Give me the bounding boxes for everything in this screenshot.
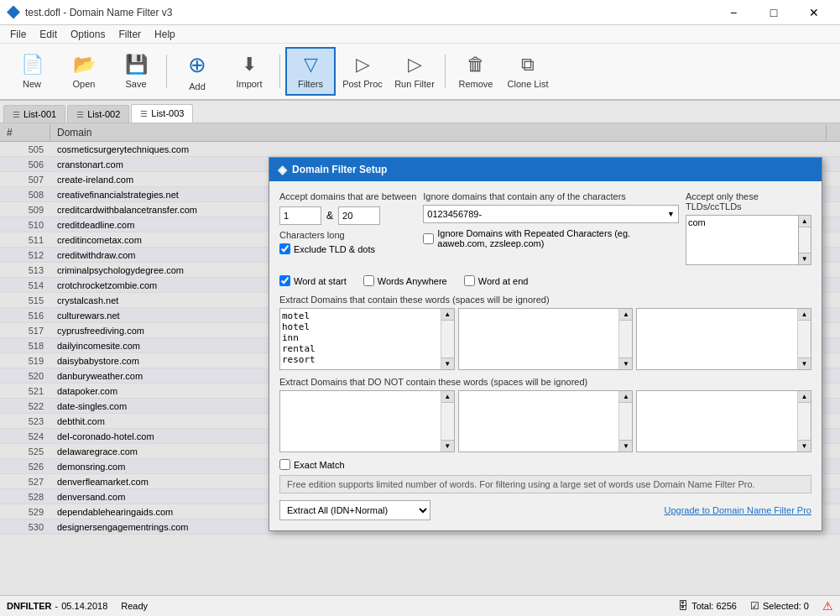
selected-section: ☑ Selected: 0: [750, 600, 809, 612]
ignore-chars-combo[interactable]: 0123456789- ▼: [423, 205, 679, 223]
not-contain-3-scroll-down[interactable]: ▼: [798, 440, 811, 452]
exclude-tld-row: Exclude TLD & dots: [279, 243, 416, 254]
tld-scroll-down[interactable]: ▼: [799, 253, 811, 264]
remove-label: Remove: [459, 79, 493, 89]
range-row: &: [279, 206, 416, 225]
tab-list-001[interactable]: ☰ List-001: [3, 105, 65, 123]
domain-filter-setup-dialog: ◈ Domain Filter Setup Accept domains tha…: [269, 157, 822, 531]
postproc-button[interactable]: ▷ Post Proc: [337, 47, 388, 96]
maximize-button[interactable]: □: [754, 0, 793, 25]
extract-row: Extract All (IDN+Normal) Upgrade to Doma…: [279, 500, 811, 520]
warning-icon: ⚠: [822, 599, 833, 613]
word-checks-row: Word at start Words Anywhere Word at end: [279, 272, 811, 290]
open-label: Open: [73, 79, 96, 89]
filters-icon: ▽: [304, 54, 318, 76]
add-icon: ⊕: [188, 52, 206, 78]
clonelist-label: Clone List: [508, 79, 549, 89]
dialog-title-icon: ◈: [278, 163, 287, 176]
contain-2-scroll-up[interactable]: ▲: [619, 309, 632, 321]
app-name-section: DNFILTER - 05.14.2018: [7, 601, 107, 611]
exclude-tld-checkbox[interactable]: [279, 243, 290, 254]
status-dash: -: [55, 601, 59, 611]
max-chars-input[interactable]: [338, 206, 380, 225]
word-at-start-checkbox[interactable]: [279, 275, 290, 286]
contain-3-scroll-up[interactable]: ▲: [798, 309, 811, 321]
extract-contain-textarea-1[interactable]: motel hotel inn rental resort: [280, 309, 441, 369]
not-contain-1-scroll-up[interactable]: ▲: [441, 391, 454, 403]
menu-file[interactable]: File: [3, 27, 33, 42]
not-contain-3-scroll-up[interactable]: ▲: [798, 391, 811, 403]
extract-contain-textarea-2[interactable]: [459, 309, 619, 369]
repeated-chars-checkbox[interactable]: [423, 233, 434, 244]
filters-label: Filters: [298, 79, 323, 89]
close-button[interactable]: ✕: [795, 0, 833, 25]
status-date: 05.14.2018: [61, 601, 107, 611]
add-button[interactable]: ⊕ Add: [172, 47, 222, 96]
open-button[interactable]: 📂 Open: [59, 47, 109, 96]
repeated-chars-row: Ignore Domains with Repeated Characters …: [423, 228, 679, 248]
remove-icon: 🗑: [467, 54, 485, 76]
not-contain-col-1: ▲ ▼: [279, 390, 455, 452]
ampersand: &: [326, 210, 333, 222]
extract-not-contain-textarea-2[interactable]: [459, 391, 619, 452]
tab-list-002[interactable]: ☰ List-002: [67, 105, 129, 123]
contain-1-scroll-up[interactable]: ▲: [441, 309, 454, 321]
new-button[interactable]: 📄 New: [7, 47, 57, 96]
char-long-label: Characters long: [279, 230, 416, 240]
menu-options[interactable]: Options: [64, 27, 112, 42]
upgrade-link[interactable]: Upgrade to Domain Name Filter Pro: [665, 505, 811, 515]
exact-match-row: Exact Match: [279, 459, 811, 470]
runfilter-label: Run Filter: [394, 79, 435, 89]
app-name: DNFILTER: [7, 601, 52, 611]
exact-match-label: Exact Match: [294, 460, 345, 470]
not-contain-2-scroll-down[interactable]: ▼: [619, 440, 632, 452]
exact-match-checkbox[interactable]: [279, 459, 290, 470]
postproc-label: Post Proc: [342, 79, 383, 89]
clonelist-icon: ⧉: [521, 54, 535, 76]
clonelist-button[interactable]: ⧉ Clone List: [503, 47, 553, 96]
words-anywhere-checkbox[interactable]: [363, 275, 374, 286]
exclude-tld-label: Exclude TLD & dots: [294, 244, 375, 254]
dialog-titlebar: ◈ Domain Filter Setup: [269, 158, 822, 181]
tld-list[interactable]: com: [686, 215, 799, 265]
contain-2-scroll-down[interactable]: ▼: [619, 358, 632, 369]
save-label: Save: [125, 79, 146, 89]
import-label: Import: [236, 79, 262, 89]
warning-section: ⚠: [822, 599, 833, 613]
min-chars-input[interactable]: [279, 206, 321, 225]
save-icon: 💾: [125, 54, 148, 76]
tld-label: Accept only these TLDs/ccTLDs: [686, 191, 811, 211]
tab-list-003[interactable]: ☰ List-003: [131, 104, 193, 123]
main-area: # Domain 505 cosmeticsurgerytechniques.c…: [0, 123, 840, 595]
not-contain-1-scroll-down[interactable]: ▼: [441, 440, 454, 452]
filters-button[interactable]: ▽ Filters: [285, 47, 336, 96]
dialog-body: Accept domains that are between & Charac…: [269, 181, 822, 530]
open-icon: 📂: [73, 54, 96, 76]
app-icon: [7, 6, 20, 19]
extract-contain-textarea-3[interactable]: [637, 309, 797, 369]
tab-list-002-icon: ☰: [76, 110, 84, 119]
menu-filter[interactable]: Filter: [112, 27, 148, 42]
tab-list-003-label: List-003: [151, 108, 184, 118]
import-button[interactable]: ⬇ Import: [224, 47, 274, 96]
menu-edit[interactable]: Edit: [33, 27, 64, 42]
tld-scroll-up[interactable]: ▲: [799, 216, 811, 227]
toolbar-sep-2: [279, 55, 280, 88]
runfilter-button[interactable]: ▷ Run Filter: [389, 47, 440, 96]
minimize-button[interactable]: −: [714, 0, 753, 25]
word-at-end-checkbox[interactable]: [464, 275, 475, 286]
extract-combo[interactable]: Extract All (IDN+Normal): [279, 500, 430, 520]
word-at-end-row: Word at end: [464, 275, 529, 286]
contain-3-scroll-down[interactable]: ▼: [798, 358, 811, 369]
not-contain-col-3: ▲ ▼: [636, 390, 811, 452]
notice-bar: Free edition supports limited number of …: [279, 475, 811, 493]
extract-not-contain-textarea-1[interactable]: [280, 391, 441, 452]
contain-1-scroll-down[interactable]: ▼: [441, 358, 454, 369]
accept-label: Accept domains that are between: [279, 191, 416, 201]
menu-help[interactable]: Help: [148, 27, 182, 42]
not-contain-2-scroll-up[interactable]: ▲: [619, 391, 632, 403]
save-button[interactable]: 💾 Save: [111, 47, 161, 96]
remove-button[interactable]: 🗑 Remove: [451, 47, 501, 96]
ignore-section: Ignore domains that contain any of the c…: [423, 191, 679, 252]
extract-not-contain-textarea-3[interactable]: [637, 391, 797, 452]
